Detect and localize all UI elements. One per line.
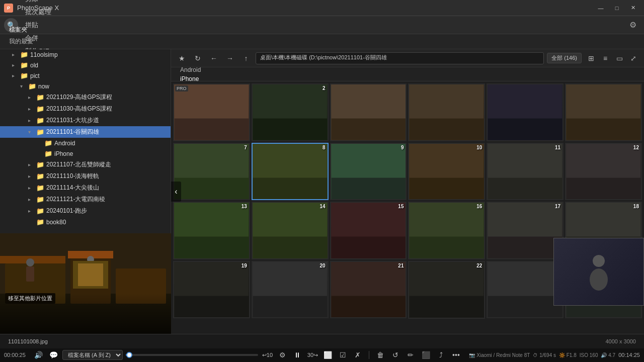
tree-label: 20211107-北岳雙師縱走 [46, 160, 167, 169]
refresh-button[interactable]: ↻ [191, 52, 204, 65]
tree-label: 20211031-大坑步道 [46, 116, 167, 125]
photo-number: 16 [476, 204, 482, 209]
pause-button[interactable]: ⏸ [291, 349, 303, 361]
list-view-button[interactable]: ≡ [599, 52, 612, 65]
photo-cell-12[interactable]: 13 [173, 202, 250, 259]
edit-button[interactable]: ✏ [405, 349, 417, 361]
x-button[interactable]: ✗ [352, 349, 364, 361]
photo-cell-9[interactable]: 10 [408, 143, 485, 201]
tree-item-20211110[interactable]: ▸📁20211110-淡海輕軌 [0, 170, 171, 182]
tree-item-now[interactable]: ▾📁now [0, 81, 171, 92]
menu-item-剪除[interactable]: 剪除 [20, 0, 56, 6]
crop-button[interactable]: ⬜ [321, 349, 334, 361]
skip-forward-button[interactable]: 30↪ [306, 349, 318, 361]
svg-rect-19 [410, 177, 484, 199]
tree-item-20211121[interactable]: ▸📁20211121-大電四南稜 [0, 194, 171, 205]
photo-cell-5[interactable] [565, 83, 642, 141]
skip-back-button[interactable]: ↩10 [261, 349, 273, 361]
tree-item-20211030[interactable]: ▸📁20211030-高雄GPS課程 [0, 103, 171, 115]
folder-icon: 📁 [28, 82, 36, 90]
photo-cell-4[interactable] [487, 83, 564, 141]
chat-button[interactable]: 💬 [47, 349, 59, 361]
tree-item-20240101[interactable]: ▸📁20240101-跑步 [0, 205, 171, 217]
photo-cell-22[interactable]: 23 [487, 261, 564, 319]
folder-icon: 📁 [44, 139, 52, 147]
photo-scene [331, 203, 406, 258]
single-view-button[interactable]: ▭ [613, 52, 626, 65]
photo-number: 13 [242, 204, 247, 209]
photo-scene [566, 84, 641, 140]
progress-thumb[interactable] [126, 352, 132, 358]
photo-cell-11[interactable]: 12 [565, 143, 642, 201]
check-button[interactable]: ☑ [337, 349, 349, 361]
delete-button[interactable]: 🗑 [374, 349, 386, 361]
photo-cell-6[interactable]: 7 [173, 143, 250, 201]
menu-item-批次處理[interactable]: 批次處理 [20, 6, 56, 19]
photo-cell-2[interactable] [330, 83, 407, 141]
photo-cell-1[interactable]: 2 [252, 83, 329, 141]
folder-icon: 📁 [36, 128, 44, 136]
tree-item-book80[interactable]: 📁book80 [0, 217, 171, 227]
photo-cell-7[interactable]: 8 [252, 143, 329, 201]
iso-label: ISO 160 [580, 352, 598, 358]
share-button[interactable]: ⤴ [435, 349, 447, 361]
photo-cell-10[interactable]: 11 [487, 143, 564, 201]
tab-0[interactable]: 檔案夾 [4, 24, 38, 36]
svg-rect-62 [78, 263, 103, 286]
expand-arrow: ▸ [28, 185, 34, 191]
svg-rect-53 [70, 258, 111, 304]
photo-cell-16[interactable]: 17 [487, 202, 564, 259]
photo-scene [488, 203, 562, 258]
tree-item-android[interactable]: 📁Android [0, 138, 171, 148]
tree-item-old[interactable]: ▸📁old [0, 60, 171, 70]
favorite-button[interactable]: ★ [175, 52, 188, 65]
tree-item-20211107[interactable]: ▸📁20211107-北岳雙師縱走 [0, 159, 171, 170]
folder-icon: 📁 [20, 72, 28, 79]
photo-cell-21[interactable]: 22 [408, 261, 485, 319]
preview-panel: 移至其他影片位置 [0, 233, 171, 334]
tree-item-20211029[interactable]: ▸📁20211029-高雄GPS課程 [0, 92, 171, 103]
up-button[interactable]: ↑ [239, 52, 253, 65]
expand-arrow: ▸ [28, 162, 34, 167]
progress-bar[interactable] [126, 354, 258, 356]
tree-item-11oolsimp[interactable]: ▸📁11oolsimp [0, 49, 171, 60]
tree-item-iphone[interactable]: 📁iPhone [0, 148, 171, 159]
tree-item-20211031[interactable]: ▸📁20211031-大坑步道 [0, 115, 171, 126]
tree-label: 20211110-淡海輕軌 [46, 172, 167, 180]
back-button[interactable]: ← [207, 52, 220, 65]
photo-badge: PRO [175, 85, 188, 92]
settings-button[interactable]: ⚙ [626, 18, 640, 32]
photo-cell-18[interactable]: 19 [173, 261, 250, 319]
grid-view-button[interactable]: ⊞ [585, 52, 598, 65]
fullscreen-button[interactable]: ⤢ [627, 52, 640, 65]
tab-1[interactable]: 我的最愛 [4, 36, 38, 47]
minimize-button[interactable]: — [594, 3, 608, 13]
tree-item-pict[interactable]: ▸📁pict [0, 70, 171, 81]
settings-playback-button[interactable]: ⚙ [276, 349, 288, 361]
folder-icon: 📁 [36, 196, 44, 203]
photo-cell-8[interactable]: 9 [330, 143, 407, 201]
tree-label: pict [30, 72, 167, 79]
forward-button[interactable]: → [223, 52, 236, 65]
filter-tag-android[interactable]: Android [175, 65, 206, 74]
audio-button[interactable]: 🔊 [32, 349, 44, 361]
view-buttons: ⊞ ≡ ▭ ⤢ [585, 52, 640, 65]
tree-label: 11oolsimp [30, 51, 167, 58]
maximize-button[interactable]: □ [610, 3, 624, 13]
photo-cell-15[interactable]: 16 [408, 202, 485, 259]
close-button[interactable]: ✕ [626, 3, 640, 13]
svg-point-59 [87, 256, 94, 263]
tree-item-20211114[interactable]: ▸📁20211114-大尖後山 [0, 182, 171, 194]
photo-cell-19[interactable]: 20 [252, 261, 329, 319]
photo-cell-0[interactable]: PRO [173, 83, 250, 141]
photo-cell-20[interactable]: 21 [330, 261, 407, 319]
more-button[interactable]: ••• [450, 349, 462, 361]
tree-item-20211101[interactable]: ▾📁20211101-谷關四雄 [0, 126, 171, 138]
rotate-button[interactable]: ↺ [389, 349, 401, 361]
photo-cell-13[interactable]: 14 [252, 202, 329, 259]
photo-cell-3[interactable] [408, 83, 485, 141]
sort-select[interactable]: 檔案名稱 (A 到 Z) [62, 350, 123, 360]
export-button[interactable]: ⬛ [420, 349, 432, 361]
nav-left-button[interactable]: ‹ [171, 182, 181, 202]
photo-cell-14[interactable]: 15 [330, 202, 407, 259]
